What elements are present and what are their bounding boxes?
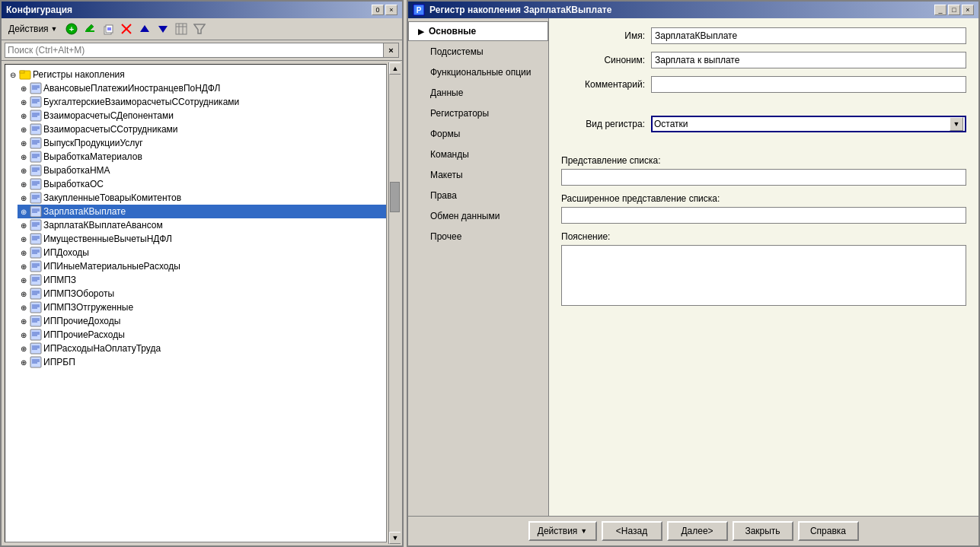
tree-item[interactable]: ⊕ ИППрочиеРасходы (18, 328, 386, 342)
tree-item[interactable]: ⊕ БухгалтерскиеВзаиморасчетыССотрудникам… (18, 95, 386, 109)
comment-input[interactable] (651, 76, 966, 93)
close-btn-left[interactable]: × (385, 5, 397, 15)
nav-tab-7[interactable]: Макеты (408, 165, 548, 185)
tree-expand[interactable]: ⊕ (18, 329, 30, 341)
tree-item[interactable]: ⊕ ИПДоходы (18, 246, 386, 259)
actions-menu[interactable]: Действия ▼ (5, 21, 62, 37)
tree-item[interactable]: ⊕ ВзаиморасчетыСДепонентами (18, 109, 386, 122)
maximize-right-btn[interactable]: □ (948, 5, 960, 15)
tree-expand[interactable]: ⊕ (18, 274, 30, 286)
tree-expand[interactable]: ⊕ (18, 233, 30, 245)
nav-tab-8[interactable]: Права (408, 186, 548, 205)
tree-expand[interactable]: ⊕ (18, 82, 30, 94)
tree-expand[interactable]: ⊕ (18, 151, 30, 163)
tree-expand[interactable]: ⊕ (18, 137, 30, 149)
minimize-btn[interactable]: 0 (372, 5, 384, 15)
nav-tab-2[interactable]: Функциональные опции (408, 62, 548, 82)
forward-btn[interactable]: Далее> (667, 521, 728, 541)
help-btn[interactable]: Справка (798, 521, 859, 541)
tree-expand[interactable]: ⊕ (18, 110, 30, 122)
tree-item[interactable]: ⊕ ИППрочиеДоходы (18, 314, 386, 328)
close-bottom-btn[interactable]: Закрыть (733, 521, 793, 541)
tree-item[interactable]: ⊕ АвансовыеПлатежиИностранцевПоНДФЛ (18, 81, 386, 95)
scroll-down-btn[interactable]: ▼ (389, 532, 401, 544)
tree-root-expand[interactable]: ⊖ (7, 68, 19, 81)
tree-item[interactable]: ⊕ ИПМПЗОтгруженные (18, 301, 386, 314)
tree-item[interactable]: ⊕ ВзаиморасчетыССотрудниками (18, 122, 386, 136)
tree-expand[interactable]: ⊕ (18, 219, 30, 231)
nav-tab-0[interactable]: ▶Основные (408, 21, 548, 41)
tree-item[interactable]: ⊕ ЗарплатаКВыплате (18, 205, 386, 218)
svg-rect-23 (30, 97, 41, 107)
back-btn[interactable]: <Назад (602, 521, 662, 541)
actions-bottom-btn[interactable]: Действия ▼ (528, 521, 597, 541)
tree-expand[interactable]: ⊕ (18, 356, 30, 368)
svg-rect-59 (30, 220, 41, 231)
left-titlebar: Конфигурация 0 × (2, 2, 402, 18)
tree-item[interactable]: ⊕ ЗарплатаКВыплатеАвансом (18, 218, 386, 232)
scrollbar[interactable]: ▲ ▼ (388, 62, 401, 544)
tree-root-icon (19, 68, 31, 81)
svg-marker-10 (140, 25, 149, 32)
tree-expand[interactable]: ⊕ (18, 288, 30, 300)
scroll-up-btn[interactable]: ▲ (389, 62, 401, 75)
tree-expand[interactable]: ⊕ (18, 342, 30, 355)
minimize-right-btn[interactable]: _ (934, 5, 946, 15)
nav-tab-label: Основные (429, 26, 476, 37)
add-btn[interactable]: + (63, 21, 80, 37)
tree-item[interactable]: ⊕ ЗакупленныеТоварыКомитентов (18, 191, 386, 205)
tree-item[interactable]: ⊕ ИПРасходыНаОплатуТруда (18, 342, 386, 355)
tree-item[interactable]: ⊕ ВыработкаМатериалов (18, 150, 386, 164)
table-btn[interactable] (173, 21, 190, 37)
tree-expand[interactable]: ⊕ (18, 192, 30, 204)
copy-btn[interactable] (100, 21, 117, 37)
nav-tab-4[interactable]: Регистраторы (408, 103, 548, 123)
nav-tab-9[interactable]: Обмен данными (408, 206, 548, 226)
tree-root-item[interactable]: ⊖ Регистры накопления (5, 68, 386, 81)
explanation-textarea[interactable] (561, 245, 966, 306)
tree-expand[interactable]: ⊕ (18, 96, 30, 108)
nav-tab-1[interactable]: Подсистемы (408, 42, 548, 62)
tree-item[interactable]: ⊕ ВыработкаНМА (18, 164, 386, 177)
tree-item[interactable]: ⊕ ВыпускПродукцииУслуг (18, 136, 386, 150)
nav-tab-3[interactable]: Данные (408, 83, 548, 103)
tree-expand[interactable]: ⊕ (18, 123, 30, 135)
synonym-input[interactable] (651, 52, 966, 68)
tree-expand[interactable]: ⊕ (18, 205, 30, 218)
tree-item[interactable]: ⊕ ИПМПЗОбороты (18, 287, 386, 301)
tree-item-label: ВыработкаОС (43, 179, 104, 189)
nav-tab-label: Функциональные опции (430, 67, 531, 78)
nav-tab-6[interactable]: Команды (408, 145, 548, 164)
tree-expand[interactable]: ⊕ (18, 315, 30, 327)
close-right-btn[interactable]: × (962, 5, 974, 15)
tree-expand[interactable]: ⊕ (18, 178, 30, 190)
up-btn[interactable] (136, 21, 153, 37)
nav-tab-label: Подсистемы (430, 46, 484, 57)
tree-expand[interactable]: ⊕ (18, 260, 30, 272)
tree-item[interactable]: ⊕ ИПМПЗ (18, 273, 386, 287)
search-clear-btn[interactable]: × (384, 43, 399, 58)
nav-tab-label: Данные (430, 87, 463, 98)
list-presentation-input[interactable] (561, 169, 966, 186)
register-type-dropdown-btn[interactable]: ▼ (950, 117, 963, 131)
register-tree-icon (30, 356, 42, 368)
tree-expand[interactable]: ⊕ (18, 246, 30, 259)
delete-btn[interactable] (118, 21, 135, 37)
nav-tab-5[interactable]: Формы (408, 124, 548, 144)
tree-item[interactable]: ⊕ ИмущественныеВычетыНДФЛ (18, 232, 386, 246)
tree-item[interactable]: ⊕ ИПИныеМатериальныеРасходы (18, 259, 386, 273)
nav-tab-10[interactable]: Прочее (408, 227, 548, 246)
tree-item[interactable]: ⊕ ВыработкаОС (18, 177, 386, 191)
filter-btn[interactable] (191, 21, 208, 37)
register-tree-icon (30, 123, 42, 135)
down-btn[interactable] (155, 21, 171, 37)
name-input[interactable] (651, 27, 966, 44)
tree-expand[interactable]: ⊕ (18, 301, 30, 313)
edit-btn[interactable] (81, 21, 98, 37)
register-type-select[interactable]: Остатки ▼ (651, 116, 966, 132)
svg-rect-5 (106, 25, 113, 33)
tree-expand[interactable]: ⊕ (18, 164, 30, 177)
search-input[interactable] (5, 43, 384, 58)
ext-list-presentation-input[interactable] (561, 207, 966, 224)
tree-item[interactable]: ⊕ ИПРБП (18, 355, 386, 369)
